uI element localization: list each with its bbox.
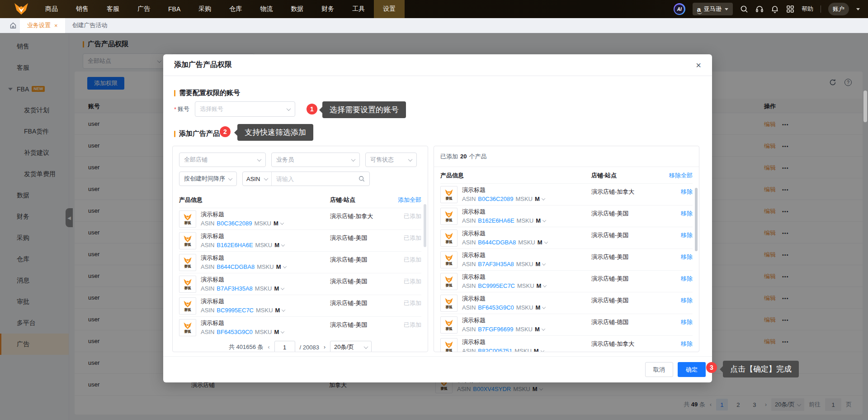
asin-link[interactable]: B0C36C2089 bbox=[478, 195, 513, 203]
chevron-down-icon[interactable] bbox=[542, 218, 546, 222]
page-size-select[interactable]: 20条/页 bbox=[330, 341, 372, 352]
chevron-down-icon[interactable] bbox=[542, 196, 545, 200]
chevron-down-icon[interactable] bbox=[543, 283, 547, 287]
home-button[interactable] bbox=[6, 18, 20, 33]
next-page-button[interactable]: › bbox=[324, 344, 326, 350]
asin-link[interactable]: B82C005751 bbox=[478, 347, 512, 352]
asin-link[interactable]: B162E6HA6E bbox=[478, 217, 514, 225]
store-station-cell: 演示店铺-德国 bbox=[591, 318, 628, 326]
product-thumbnail: 赛狐 bbox=[179, 254, 196, 271]
chevron-down-icon[interactable] bbox=[542, 262, 546, 265]
apps-grid-icon[interactable] bbox=[786, 5, 794, 13]
product-thumbnail: 赛狐 bbox=[440, 208, 458, 225]
close-icon[interactable]: × bbox=[54, 22, 58, 29]
top-menu-item[interactable]: 仓库 bbox=[220, 0, 251, 18]
tab-business-settings[interactable]: 业务设置 × bbox=[20, 18, 65, 33]
search-input-wrap bbox=[272, 172, 369, 186]
remove-link[interactable]: 移除 bbox=[681, 231, 693, 239]
brand-fox-logo-icon[interactable] bbox=[14, 3, 30, 15]
chevron-down-icon[interactable] bbox=[542, 305, 546, 309]
picker-filters-row2: 按创建时间降序 ASIN bbox=[179, 172, 421, 186]
remove-link[interactable]: 移除 bbox=[681, 340, 693, 348]
notification-bell-icon[interactable] bbox=[771, 5, 779, 13]
search-type-select[interactable]: ASIN bbox=[243, 172, 272, 186]
top-menu-item[interactable]: 客服 bbox=[98, 0, 128, 18]
asin-link[interactable]: BF6453G9C0 bbox=[478, 304, 514, 312]
scrollbar-thumb[interactable] bbox=[695, 188, 698, 251]
headset-icon[interactable] bbox=[755, 5, 764, 13]
required-mark: * bbox=[174, 106, 176, 113]
chevron-down-icon[interactable] bbox=[281, 243, 285, 246]
chevron-down-icon[interactable] bbox=[281, 286, 284, 290]
top-menu-item[interactable]: 设置 bbox=[374, 0, 405, 18]
sort-order-select[interactable]: 按创建时间降序 bbox=[179, 172, 237, 186]
asin-link[interactable]: BF6453G9C0 bbox=[217, 328, 253, 336]
top-menu-item[interactable]: 采购 bbox=[189, 0, 220, 18]
scrollbar-thumb[interactable] bbox=[424, 204, 426, 247]
cancel-button[interactable]: 取消 bbox=[645, 362, 673, 377]
product-row: 赛狐 演示标题 ASIN B162E6HA6E MSKU M bbox=[179, 229, 421, 251]
chevron-down-icon[interactable] bbox=[540, 348, 544, 352]
chevron-down-icon[interactable] bbox=[281, 329, 284, 333]
remove-link[interactable]: 移除 bbox=[681, 210, 693, 218]
chevron-down-icon[interactable] bbox=[856, 8, 860, 10]
asin-link[interactable]: B644CDGBA8 bbox=[478, 239, 516, 247]
top-menu-item[interactable]: 商品 bbox=[36, 0, 67, 18]
top-menu-item[interactable]: FBA bbox=[159, 0, 189, 18]
add-all-link[interactable]: 添加全部 bbox=[398, 196, 421, 204]
remove-all-link[interactable]: 移除全部 bbox=[669, 172, 693, 180]
sellable-status-select[interactable]: 可售状态 bbox=[365, 153, 417, 167]
close-icon[interactable]: × bbox=[696, 61, 701, 70]
store-filter-select[interactable]: 全部店铺 bbox=[179, 153, 266, 167]
top-menu-item[interactable]: 财务 bbox=[312, 0, 343, 18]
remove-link[interactable]: 移除 bbox=[681, 188, 693, 196]
page-scrollbar-thumb[interactable] bbox=[863, 91, 867, 122]
remove-link[interactable]: 移除 bbox=[681, 296, 693, 305]
confirm-button[interactable]: 确定 bbox=[678, 362, 706, 377]
top-menu-item[interactable]: 数据 bbox=[282, 0, 312, 18]
added-status: 已添加 bbox=[404, 256, 421, 264]
search-icon[interactable] bbox=[740, 5, 748, 13]
asin-link[interactable]: BC9995EC7C bbox=[478, 282, 515, 290]
account-menu[interactable]: 账户 bbox=[828, 3, 849, 15]
chevron-down-icon[interactable] bbox=[282, 308, 285, 311]
salesman-filter-select[interactable]: 业务员 bbox=[271, 153, 360, 167]
chevron-down-icon[interactable] bbox=[542, 327, 545, 330]
asin-link[interactable]: B7AF3H35A8 bbox=[217, 285, 253, 293]
page-input[interactable]: 1 bbox=[274, 341, 295, 352]
tab-create-campaign[interactable]: 创建广告活动 bbox=[65, 18, 115, 33]
title-accent-bar bbox=[174, 90, 175, 96]
chevron-down-icon[interactable] bbox=[283, 264, 286, 268]
chevron-down-icon[interactable] bbox=[544, 240, 547, 243]
top-menu-item[interactable]: 销售 bbox=[67, 0, 98, 18]
asin-link[interactable]: B162E6HA6E bbox=[217, 241, 253, 249]
account-select[interactable]: 选择账号 bbox=[195, 101, 295, 117]
remove-link[interactable]: 移除 bbox=[681, 318, 693, 326]
search-icon[interactable] bbox=[359, 176, 365, 182]
asin-link[interactable]: B7FGF96699 bbox=[478, 325, 513, 334]
added-status: 已添加 bbox=[404, 277, 421, 286]
section-products-title: 添加广告产品 bbox=[174, 129, 220, 138]
asin-link[interactable]: B0C36C2089 bbox=[217, 220, 252, 228]
top-menu-item[interactable]: 工具 bbox=[343, 0, 374, 18]
search-input[interactable] bbox=[276, 176, 356, 182]
top-menu-item[interactable]: 物流 bbox=[251, 0, 282, 18]
top-menu-item[interactable]: 广告 bbox=[128, 0, 159, 18]
asin-link[interactable]: B7AF3H35A8 bbox=[478, 260, 514, 268]
remove-link[interactable]: 移除 bbox=[681, 253, 693, 261]
product-title: 演示标题 bbox=[462, 208, 546, 216]
prev-page-button[interactable]: ‹ bbox=[268, 344, 270, 350]
modal-footer: 取消 确定 3 点击【确定】完成 bbox=[163, 356, 712, 382]
added-count: 20 bbox=[460, 153, 467, 160]
ai-assistant-button[interactable]: AI bbox=[674, 3, 685, 15]
column-product-info: 产品信息 bbox=[440, 172, 464, 180]
asin-link[interactable]: B644CDGBA8 bbox=[217, 263, 255, 271]
remove-link[interactable]: 移除 bbox=[681, 275, 693, 283]
asin-link[interactable]: BC9995EC7C bbox=[217, 306, 254, 315]
help-link[interactable]: 帮助 bbox=[802, 5, 813, 13]
store-station-cell: 演示店铺-加拿大 bbox=[330, 212, 373, 220]
column-store-station: 店铺-站点 bbox=[330, 196, 355, 204]
marketplace-switcher[interactable]: a 亚马逊 bbox=[693, 3, 733, 15]
tab-label: 业务设置 bbox=[27, 21, 51, 29]
chevron-down-icon[interactable] bbox=[280, 221, 284, 224]
